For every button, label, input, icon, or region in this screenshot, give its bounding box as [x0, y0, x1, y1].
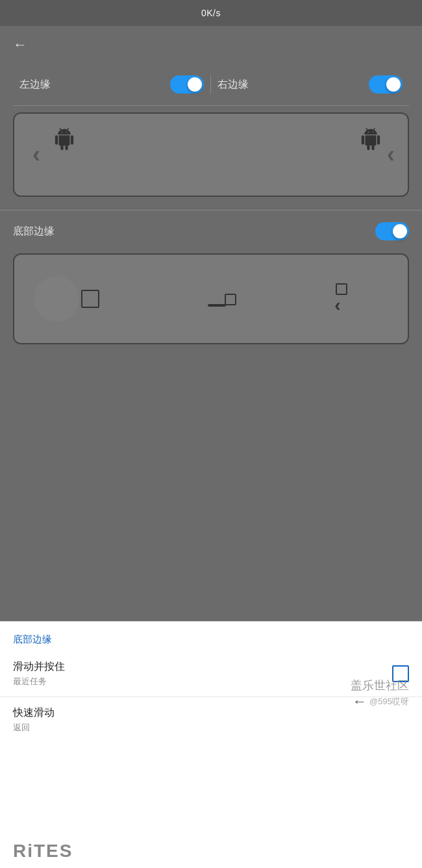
bottom-panel-title: 底部边缘	[13, 633, 52, 645]
right-edge-toggle[interactable]	[369, 75, 403, 94]
android-icon-right	[360, 128, 382, 155]
right-edge-label: 右边缘	[217, 78, 249, 92]
gray-circle	[34, 276, 79, 322]
watermark: 盖乐世社区 ← @595哎呀	[351, 678, 409, 710]
android-icon-left	[53, 128, 75, 155]
empty-area	[0, 357, 422, 487]
left-edge-label: 左边缘	[19, 78, 51, 92]
status-bar: 0K/s	[0, 0, 422, 26]
left-edge-half: 左边缘	[13, 75, 211, 94]
back-row: ←	[0, 26, 422, 64]
home-small-square	[225, 294, 236, 305]
recents-square-icon	[81, 290, 99, 308]
watermark-main-text: 盖乐世社区	[351, 678, 409, 693]
slide-hold-text-group: 滑动并按住 最近任务	[13, 660, 65, 687]
lr-toggle-row: 左边缘 右边缘	[13, 64, 409, 106]
back-small-square	[336, 283, 347, 295]
main-content: ← 左边缘 右边缘 ‹	[0, 26, 422, 487]
slide-hold-title: 滑动并按住	[13, 660, 65, 674]
left-gesture-arrow: ‹	[32, 141, 40, 168]
gesture-recents	[81, 290, 99, 308]
toggle-row-inner: 左边缘 右边缘	[13, 75, 409, 94]
watermark-back-arrow: ←	[353, 693, 367, 710]
edge-settings: 左边缘 右边缘	[0, 64, 422, 106]
quick-slide-subtitle: 返回	[13, 722, 55, 734]
right-gesture-arrow: ‹	[387, 141, 395, 168]
bottom-edge-label: 底部边缘	[13, 225, 55, 238]
quick-slide-item[interactable]: 快速滑动 返回 盖乐世社区 ← @595哎呀	[0, 697, 422, 743]
bottom-toggle-row: 底部边缘	[13, 211, 409, 249]
status-text: 0K/s	[201, 8, 221, 18]
bottom-panel: 底部边缘 滑动并按住 最近任务 快速滑动 返回 盖乐世社区 ← @595哎呀 R…	[0, 621, 422, 868]
edge-preview-box: ‹ ‹	[13, 112, 409, 197]
slide-hold-subtitle: 最近任务	[13, 676, 65, 687]
quick-slide-text-group: 快速滑动 返回	[13, 706, 55, 734]
bottom-edge-section: 底部边缘	[0, 211, 422, 344]
left-edge-toggle[interactable]	[170, 75, 204, 94]
home-dash-icon	[208, 304, 226, 307]
rites-text: RiTES	[13, 841, 73, 862]
right-edge-half: 右边缘	[211, 75, 409, 94]
back-triangle-icon: ‹	[334, 295, 340, 315]
bottom-panel-header: 底部边缘	[0, 622, 422, 651]
quick-slide-title: 快速滑动	[13, 706, 55, 720]
watermark-sub-text: @595哎呀	[369, 696, 409, 708]
back-button[interactable]: ←	[13, 36, 27, 53]
gesture-back: ‹	[334, 282, 353, 316]
bottom-preview-box: ‹	[13, 253, 409, 344]
bottom-edge-toggle[interactable]	[375, 222, 409, 240]
gesture-home	[208, 291, 226, 307]
